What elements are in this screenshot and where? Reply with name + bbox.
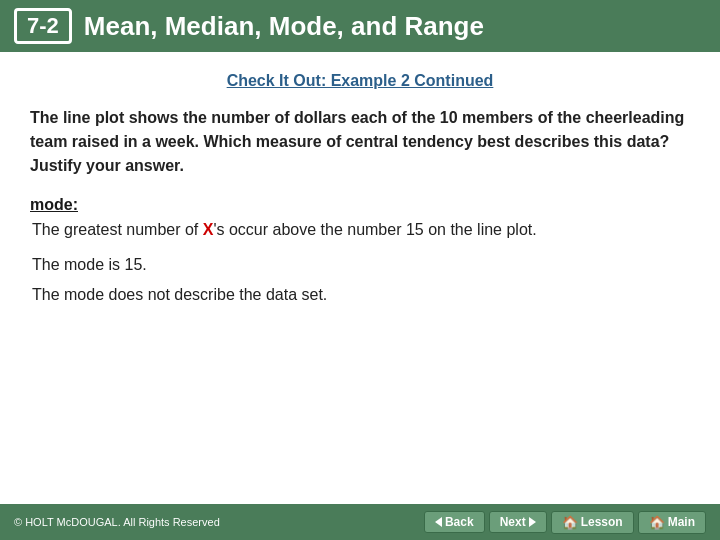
lesson-home-icon: 🏠: [562, 515, 578, 530]
next-button[interactable]: Next: [489, 511, 547, 533]
back-button[interactable]: Back: [424, 511, 485, 533]
main-label: Main: [668, 515, 695, 529]
problem-statement: The line plot shows the number of dollar…: [30, 106, 690, 178]
footer: © HOLT McDOUGAL. All Rights Reserved Bac…: [0, 504, 720, 540]
example-subtitle: Check It Out: Example 2 Continued: [30, 72, 690, 90]
lesson-button[interactable]: 🏠 Lesson: [551, 511, 634, 534]
nav-buttons: Back Next 🏠 Lesson 🏠 Main: [424, 511, 706, 534]
mode-description: The greatest number of X's occur above t…: [30, 218, 690, 242]
mode-highlight: X: [203, 221, 214, 238]
mode-label: mode:: [30, 196, 690, 214]
main-button[interactable]: 🏠 Main: [638, 511, 706, 534]
back-arrow-icon: [435, 517, 442, 527]
content-area: Check It Out: Example 2 Continued The li…: [0, 52, 720, 314]
main-home-icon: 🏠: [649, 515, 665, 530]
lesson-title: Mean, Median, Mode, and Range: [84, 11, 484, 42]
next-label: Next: [500, 515, 526, 529]
copyright-text: © HOLT McDOUGAL. All Rights Reserved: [14, 516, 220, 528]
next-arrow-icon: [529, 517, 536, 527]
mode-conclusion: The mode does not describe the data set.: [30, 286, 690, 304]
lesson-badge: 7-2: [14, 8, 72, 44]
mode-desc-before: The greatest number of: [32, 221, 203, 238]
header: 7-2 Mean, Median, Mode, and Range: [0, 0, 720, 52]
lesson-label: Lesson: [581, 515, 623, 529]
mode-result: The mode is 15.: [30, 256, 690, 274]
mode-desc-after: 's occur above the number 15 on the line…: [213, 221, 536, 238]
back-label: Back: [445, 515, 474, 529]
